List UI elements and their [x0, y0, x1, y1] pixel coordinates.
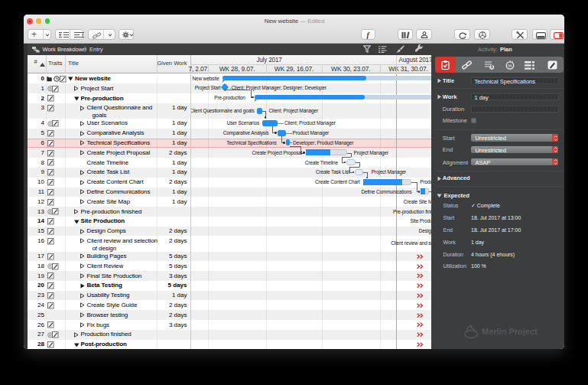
svg-text:%: % [508, 64, 512, 68]
